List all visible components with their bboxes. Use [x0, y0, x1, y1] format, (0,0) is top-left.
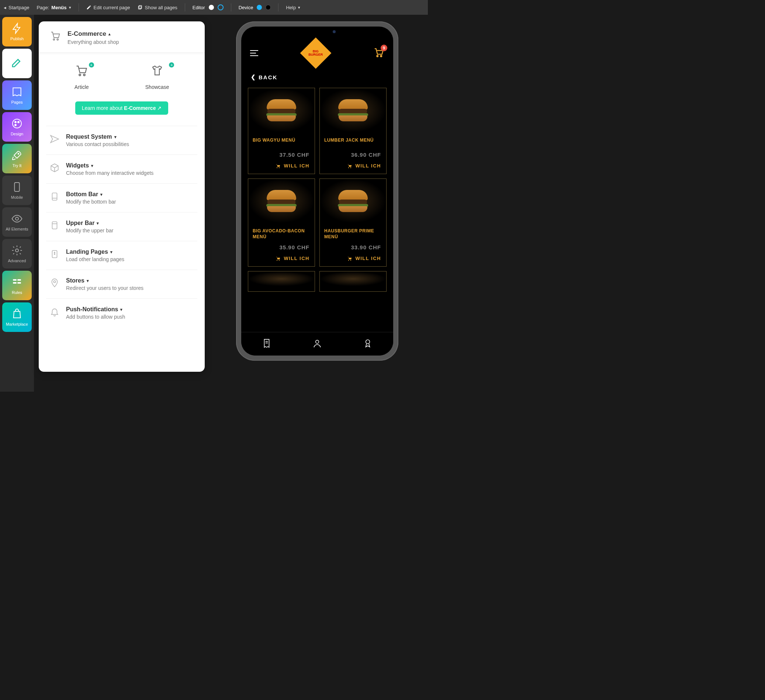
section-request-system[interactable]: Request System ▾Various contact possibil… [46, 126, 197, 154]
menu-card[interactable]: BIG AVOCADO-BACON MENÜ 35.90 CHF WILL IC… [248, 178, 315, 267]
separator [185, 3, 185, 11]
rail-publish[interactable]: Publish [2, 17, 32, 46]
menu-button[interactable] [250, 50, 258, 56]
show-all-pages-button[interactable]: Show all pages [138, 5, 178, 10]
svg-point-31 [366, 340, 370, 344]
panel-title: E-Commerce ▴ [68, 30, 119, 38]
rail-label: Marketplace [6, 322, 28, 326]
svg-rect-10 [13, 279, 16, 281]
top-bar: ◂ Startpage Page: Menüs ▾ Edit current p… [0, 0, 428, 15]
device-label: Device [239, 5, 253, 10]
section-push-notifications[interactable]: Push-Notifications ▾Add buttons to allow… [46, 298, 197, 327]
cart-icon [347, 164, 352, 168]
edit-page-label: Edit current page [94, 5, 130, 10]
help-menu[interactable]: Help ▾ [286, 5, 300, 10]
bottom-nav [241, 332, 393, 356]
bell-icon [50, 307, 59, 316]
menu-grid: BIG WAGYU MENÜ 37.50 CHF WILL ICH LUMBER… [246, 88, 388, 292]
menu-image [248, 179, 315, 223]
menu-card[interactable] [320, 271, 387, 292]
add-to-cart-button[interactable]: WILL ICH [248, 254, 315, 261]
menu-image [320, 271, 386, 286]
editor-toggle[interactable]: Editor [192, 5, 224, 10]
rail-mobile[interactable]: Mobile [2, 176, 32, 205]
rail-all-elements[interactable]: All Elements [2, 207, 32, 237]
left-rail: Publish Pages Design Try It Mobile All E… [0, 15, 34, 392]
menu-card[interactable]: LUMBER JACK MENÜ 36.90 CHF WILL ICH [320, 88, 387, 174]
menu-name: BIG AVOCADO-BACON MENÜ [248, 223, 315, 242]
cart-icon [50, 30, 61, 41]
svg-rect-12 [13, 282, 16, 284]
svg-point-4 [18, 121, 19, 123]
rail-marketplace[interactable]: Marketplace [2, 302, 32, 332]
back-button[interactable]: ❮ BACK [246, 68, 388, 88]
section-upper-bar[interactable]: Upper Bar ▾Modify the upper bar [46, 212, 197, 241]
burger-icon [338, 190, 368, 212]
chevron-left-icon: ❮ [251, 74, 257, 80]
section-subtext: Choose from many interactive widgets [66, 170, 153, 176]
svg-point-2 [13, 119, 21, 128]
svg-point-26 [376, 55, 378, 57]
chevron-down-icon: ▾ [114, 135, 116, 139]
rail-edit[interactable] [2, 49, 32, 78]
menu-image [320, 179, 386, 223]
page-selector[interactable]: Page: Menüs ▾ [36, 5, 71, 10]
menu-card[interactable] [248, 271, 315, 292]
nav-profile[interactable] [312, 338, 322, 350]
app-view: BIGBURGER 9 ❮ BACK BIG WAGYU MENÜ 37.50 … [241, 27, 393, 356]
chevron-down-icon: ▾ [100, 192, 102, 197]
svg-point-30 [316, 340, 319, 343]
nav-rewards[interactable] [363, 338, 373, 350]
section-title: Bottom Bar [66, 191, 98, 198]
svg-point-5 [15, 124, 16, 126]
rail-pages[interactable]: Pages [2, 80, 32, 110]
add-to-cart-button[interactable]: WILL ICH [248, 162, 315, 168]
page-label-prefix: Page: [36, 5, 49, 10]
section-widgets[interactable]: Widgets ▾Choose from many interactive wi… [46, 154, 197, 183]
widget-label: Showcase [145, 84, 169, 90]
learn-more-button[interactable]: Learn more about E-Commerce ↗ [75, 101, 168, 115]
section-stores[interactable]: Stores ▾Redirect your users to your stor… [46, 270, 197, 298]
edit-page-button[interactable]: Edit current page [86, 5, 130, 10]
chevron-down-icon: ▾ [97, 221, 99, 226]
section-subtext: Redirect your users to your stores [66, 285, 143, 291]
rail-design[interactable]: Design [2, 112, 32, 142]
add-to-cart-button[interactable]: WILL ICH [320, 254, 386, 261]
toggle-dot-off [218, 5, 224, 10]
menu-card[interactable]: HAUSBURGER PRIME MENÜ 33.90 CHF WILL ICH [320, 178, 387, 267]
svg-rect-20 [52, 222, 57, 229]
help-label: Help [286, 5, 296, 10]
widget-showcase[interactable]: + Showcase [145, 64, 169, 90]
brand-logo[interactable]: BIGBURGER [300, 38, 332, 69]
cart-icon [275, 164, 281, 168]
add-to-cart-button[interactable]: WILL ICH [320, 162, 386, 168]
book-icon [11, 86, 23, 98]
rocket-icon [11, 149, 23, 161]
device-toggle[interactable]: Device [239, 5, 271, 10]
svg-point-27 [380, 55, 382, 57]
section-subtext: Various contact possibilities [66, 141, 129, 147]
panel-header[interactable]: E-Commerce ▴ Everything about shop [39, 21, 205, 53]
cart-button[interactable]: 9 [373, 47, 384, 60]
svg-point-9 [16, 249, 19, 252]
svg-point-3 [15, 121, 16, 123]
menu-card[interactable]: BIG WAGYU MENÜ 37.50 CHF WILL ICH [248, 88, 315, 174]
separator [79, 3, 79, 11]
user-icon [312, 338, 322, 348]
separator [278, 3, 279, 11]
svg-point-14 [53, 39, 55, 40]
rail-advanced[interactable]: Advanced [2, 239, 32, 269]
chevron-down-icon: ▾ [91, 164, 93, 168]
section-bottom-bar[interactable]: Bottom Bar ▾Modify the bottom bar [46, 183, 197, 212]
section-landing-pages[interactable]: Landing Pages ▾Load other landing pages [46, 241, 197, 270]
palette-icon [11, 118, 23, 129]
chevron-down-icon: ▾ [69, 5, 71, 10]
widget-article[interactable]: + Article [74, 64, 89, 90]
chevron-up-icon: ▴ [109, 32, 111, 36]
nav-receipt[interactable] [262, 338, 271, 350]
rail-rules[interactable]: Rules [2, 271, 32, 300]
startpage-link[interactable]: ◂ Startpage [4, 5, 29, 10]
rail-tryit[interactable]: Try It [2, 144, 32, 173]
landing-icon [50, 249, 59, 259]
svg-rect-7 [14, 182, 19, 192]
